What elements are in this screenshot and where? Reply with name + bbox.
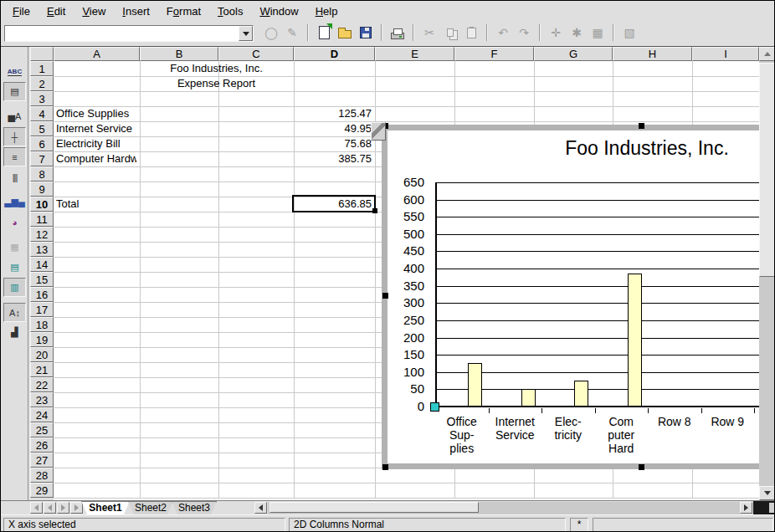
fill-handle[interactable] [372,208,377,213]
y-axis-label-50[interactable]: 50 [388,381,424,396]
menu-view[interactable]: View [74,3,114,19]
bar-office-supplies[interactable] [468,363,482,407]
row-header-16[interactable]: 16 [30,287,54,302]
menu-insert[interactable]: Insert [114,3,158,19]
row-header-24[interactable]: 24 [30,407,54,422]
cell-A5[interactable]: Internet Service [56,122,136,136]
object-handle[interactable] [639,123,644,129]
row-header-9[interactable]: 9 [30,182,54,197]
hscroll-left-button[interactable] [254,502,267,514]
column-header-I[interactable]: I [692,47,759,61]
bar-computer-hardware[interactable] [628,274,642,407]
axes-on-off-icon[interactable]: ┼ [3,127,26,146]
autoformat-chart-icon[interactable]: ◕ [3,212,26,232]
data-in-columns-icon[interactable]: ▥ [3,278,26,297]
data-in-rows-icon[interactable]: ▤ [3,258,26,277]
bar-electricity[interactable] [574,381,588,407]
row-header-22[interactable]: 22 [30,377,54,392]
row-header-13[interactable]: 13 [30,242,54,257]
bar-internet-service[interactable] [521,389,536,407]
column-header-A[interactable]: A [54,47,140,61]
row-header-15[interactable]: 15 [30,272,54,287]
horizontal-scrollbar[interactable] [268,502,740,514]
row-header-23[interactable]: 23 [30,392,54,407]
y-axis-label-200[interactable]: 200 [388,330,424,345]
row-header-8[interactable]: 8 [30,166,54,182]
row-header-12[interactable]: 12 [30,227,54,242]
column-header-C[interactable]: C [218,47,294,61]
vertical-grid-icon[interactable]: ||| [3,167,26,187]
row-header-3[interactable]: 3 [30,91,54,106]
y-axis-label-450[interactable]: 450 [388,243,424,258]
sheet-tab-sheet3[interactable]: Sheet3 [172,501,217,514]
x-axis-line[interactable] [435,406,775,407]
x-axis-label-4[interactable]: Com puter Hard [594,415,648,455]
y-axis-label-600[interactable]: 600 [388,192,424,207]
row-header-7[interactable]: 7 [30,151,54,166]
legend-on-off-icon[interactable]: ▤ [3,82,26,101]
select-all-corner[interactable] [30,47,54,61]
row-header-17[interactable]: 17 [30,302,54,317]
row-header-25[interactable]: 25 [30,422,54,437]
x-axis-label-2[interactable]: Internet Service [488,415,541,442]
cell-B1:C1[interactable]: Foo Industries, Inc. [142,62,290,75]
titles-on-off-icon[interactable]: ABC [3,62,26,81]
new-document-icon[interactable] [315,23,333,42]
object-handle[interactable] [382,293,388,299]
scale-text-icon[interactable]: A↕ [3,303,26,322]
y-axis-label-650[interactable]: 650 [388,175,424,190]
row-header-19[interactable]: 19 [30,332,54,347]
column-header-D[interactable]: D [294,47,375,61]
sheet-tab-sheet2[interactable]: Sheet2 [128,501,173,514]
cell-D4[interactable]: 125.47 [296,107,372,120]
previous-sheet-button[interactable] [44,502,56,514]
cell-D6[interactable]: 75.68 [296,137,372,151]
row-header-11[interactable]: 11 [30,212,54,227]
scroll-down-button[interactable] [759,486,775,500]
axes-title-icon[interactable]: ▅A [3,107,26,126]
reorganize-chart-icon[interactable]: ▟ [3,323,26,342]
menu-edit[interactable]: Edit [38,3,74,19]
row-header-26[interactable]: 26 [30,437,54,453]
print-icon[interactable] [388,23,407,42]
y-axis-label-100[interactable]: 100 [388,365,424,380]
row-header-5[interactable]: 5 [30,121,54,136]
row-header-1[interactable]: 1 [30,61,54,76]
object-handle[interactable] [639,464,644,470]
row-header-21[interactable]: 21 [30,362,54,377]
url-input[interactable] [5,26,239,41]
y-axis-label-150[interactable]: 150 [388,347,424,362]
cell-D5[interactable]: 49.95 [296,122,372,136]
save-icon[interactable] [357,23,375,42]
last-sheet-button[interactable] [70,502,83,514]
y-axis-label-550[interactable]: 550 [388,209,424,224]
y-axis-label-350[interactable]: 350 [388,279,424,294]
horizontal-grid-icon[interactable]: ≡ [3,147,26,166]
cell-A6[interactable]: Electricity Bill [56,137,136,151]
sheet-tab-sheet1[interactable]: Sheet1 [81,501,130,514]
url-combobox[interactable] [4,25,254,42]
y-axis-label-250[interactable]: 250 [388,313,424,328]
cell-D7[interactable]: 385.75 [296,152,372,166]
chart-object[interactable]: Foo Industries, Inc. 0501001502002503003… [382,125,775,469]
cell-A4[interactable]: Office Supplies [56,107,136,120]
column-header-F[interactable]: F [454,47,534,61]
y-axis-label-0[interactable]: 0 [388,399,424,414]
chart-title[interactable]: Foo Industries, Inc. [471,137,775,160]
hscroll-right-button[interactable] [740,502,752,514]
cell-A10[interactable]: Total [56,197,136,211]
vertical-scrollbar[interactable] [759,47,775,500]
scroll-up-button[interactable] [759,47,775,61]
menu-tools[interactable]: Tools [209,3,251,19]
row-header-27[interactable]: 27 [30,453,54,468]
x-axis-label-3[interactable]: Elec- tricity [541,415,595,442]
menu-file[interactable]: File [4,3,38,19]
column-header-H[interactable]: H [613,47,692,61]
y-axis-label-300[interactable]: 300 [388,295,424,310]
next-sheet-button[interactable] [57,502,69,514]
row-header-20[interactable]: 20 [30,347,54,362]
y-axis-line[interactable] [435,182,437,408]
resize-grip[interactable] [769,503,775,513]
menu-format[interactable]: Format [158,3,209,19]
open-icon[interactable] [336,23,354,42]
